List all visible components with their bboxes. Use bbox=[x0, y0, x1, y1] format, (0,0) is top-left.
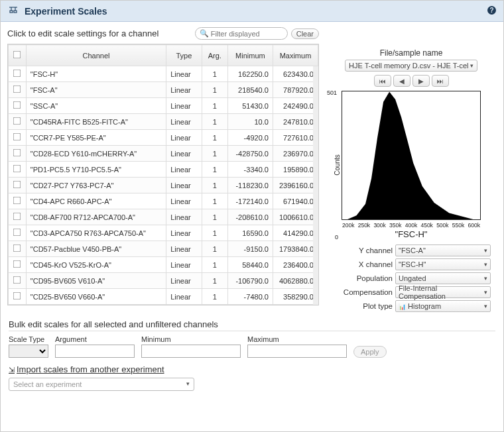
table-row[interactable]: "FSC-A"Linear1218540.0787920.0 bbox=[9, 82, 318, 98]
nav-first-button[interactable]: ⏮ bbox=[374, 75, 391, 87]
row-checkbox[interactable] bbox=[13, 213, 21, 221]
max-cell[interactable]: 236970.0 bbox=[273, 146, 318, 162]
row-checkbox-cell[interactable] bbox=[9, 114, 27, 130]
row-checkbox[interactable] bbox=[13, 276, 21, 284]
row-checkbox-cell[interactable] bbox=[9, 82, 27, 98]
type-cell[interactable]: Linear bbox=[166, 66, 202, 82]
max-cell[interactable]: 1793840.0 bbox=[273, 241, 318, 257]
table-row[interactable]: "CD95-BV605 V610-A"Linear1-106790.040628… bbox=[9, 273, 318, 289]
row-checkbox[interactable] bbox=[13, 85, 21, 93]
arg-cell[interactable]: 1 bbox=[202, 66, 227, 82]
row-checkbox-cell[interactable] bbox=[9, 241, 27, 257]
channel-name-cell[interactable]: "CD45RA-FITC B525-FITC-A" bbox=[26, 114, 166, 130]
type-cell[interactable]: Linear bbox=[166, 241, 202, 257]
max-cell[interactable]: 195890.0 bbox=[273, 162, 318, 178]
type-cell[interactable]: Linear bbox=[166, 114, 202, 130]
clear-button[interactable]: Clear bbox=[291, 28, 319, 39]
arg-cell[interactable]: 1 bbox=[202, 130, 227, 146]
table-row[interactable]: "CD25-BV650 V660-A"Linear1-7480.0358290.… bbox=[9, 289, 318, 305]
arg-cell[interactable]: 1 bbox=[202, 241, 227, 257]
row-checkbox[interactable] bbox=[13, 149, 21, 157]
type-cell[interactable]: Linear bbox=[166, 209, 202, 225]
row-checkbox-cell[interactable] bbox=[9, 146, 27, 162]
min-cell[interactable]: 162250.0 bbox=[227, 66, 273, 82]
table-row[interactable]: "CD45RA-FITC B525-FITC-A"Linear110.02478… bbox=[9, 114, 318, 130]
minimum-input[interactable] bbox=[141, 345, 241, 358]
type-cell[interactable]: Linear bbox=[166, 273, 202, 289]
max-cell[interactable]: 787920.0 bbox=[273, 82, 318, 98]
nav-next-button[interactable]: ▶ bbox=[412, 75, 430, 87]
select-all-checkbox[interactable] bbox=[13, 51, 21, 59]
type-cell[interactable]: Linear bbox=[166, 289, 202, 305]
filter-input[interactable] bbox=[211, 30, 283, 38]
channel-name-cell[interactable]: "CD8-AF700 R712-APCA700-A" bbox=[26, 209, 166, 225]
arg-cell[interactable]: 1 bbox=[202, 114, 227, 130]
row-checkbox[interactable] bbox=[13, 260, 21, 268]
row-checkbox[interactable] bbox=[13, 117, 21, 125]
y-channel-select[interactable]: "FSC-A"▾ bbox=[395, 244, 491, 256]
channel-name-cell[interactable]: "CD25-BV650 V660-A" bbox=[26, 289, 166, 305]
channel-name-cell[interactable]: "CD4-APC R660-APC-A" bbox=[26, 193, 166, 209]
type-cell[interactable]: Linear bbox=[166, 178, 202, 193]
type-cell[interactable]: Linear bbox=[166, 82, 202, 98]
compensation-select[interactable]: File-Internal Compensation▾ bbox=[395, 286, 491, 298]
arg-cell[interactable]: 1 bbox=[202, 193, 227, 209]
arg-cell[interactable]: 1 bbox=[202, 209, 227, 225]
col-max[interactable]: Maximum bbox=[273, 45, 318, 66]
nav-prev-button[interactable]: ◀ bbox=[393, 75, 410, 87]
channel-name-cell[interactable]: "CD45-KrO V525-KrO-A" bbox=[26, 257, 166, 273]
sample-select[interactable]: HJE T-cell memory D.csv - HJE T-cel ▾ bbox=[345, 60, 477, 72]
table-row[interactable]: "CD57-Pacblue V450-PB-A"Linear1-9150.017… bbox=[9, 241, 318, 257]
row-checkbox[interactable] bbox=[13, 101, 21, 109]
experiment-select[interactable]: Select an experiment ▾ bbox=[9, 378, 194, 391]
channel-name-cell[interactable]: "CD95-BV605 V610-A" bbox=[26, 273, 166, 289]
table-row[interactable]: "CD4-APC R660-APC-A"Linear1-172140.06719… bbox=[9, 193, 318, 209]
arg-cell[interactable]: 1 bbox=[202, 225, 227, 241]
row-checkbox-cell[interactable] bbox=[9, 257, 27, 273]
min-cell[interactable]: -428750.0 bbox=[227, 146, 273, 162]
min-cell[interactable]: -172140.0 bbox=[227, 193, 273, 209]
row-checkbox[interactable] bbox=[13, 244, 21, 252]
max-cell[interactable]: 247810.0 bbox=[273, 114, 318, 130]
max-cell[interactable]: 4062880.0 bbox=[273, 273, 318, 289]
row-checkbox-cell[interactable] bbox=[9, 209, 27, 225]
min-cell[interactable]: -3340.0 bbox=[227, 162, 273, 178]
col-min[interactable]: Minimum bbox=[227, 45, 273, 66]
row-checkbox-cell[interactable] bbox=[9, 273, 27, 289]
scrollbar[interactable] bbox=[313, 66, 318, 305]
row-checkbox[interactable] bbox=[13, 165, 21, 173]
type-cell[interactable]: Linear bbox=[166, 98, 202, 114]
min-cell[interactable]: -106790.0 bbox=[227, 273, 273, 289]
row-checkbox-cell[interactable] bbox=[9, 178, 27, 193]
type-cell[interactable]: Linear bbox=[166, 193, 202, 209]
col-channel[interactable]: Channel bbox=[26, 45, 166, 66]
row-checkbox[interactable] bbox=[13, 292, 21, 300]
nav-last-button[interactable]: ⏭ bbox=[432, 75, 449, 87]
channel-name-cell[interactable]: "CCR7-PE Y585-PE-A" bbox=[26, 130, 166, 146]
min-cell[interactable]: 58440.0 bbox=[227, 257, 273, 273]
min-cell[interactable]: -208610.0 bbox=[227, 209, 273, 225]
max-cell[interactable]: 671940.0 bbox=[273, 193, 318, 209]
row-checkbox-cell[interactable] bbox=[9, 66, 27, 82]
min-cell[interactable]: 16590.0 bbox=[227, 225, 273, 241]
x-channel-select[interactable]: "FSC-H"▾ bbox=[395, 258, 491, 270]
arg-cell[interactable]: 1 bbox=[202, 289, 227, 305]
type-cell[interactable]: Linear bbox=[166, 130, 202, 146]
table-row[interactable]: "CD27-PC7 Y763-PC7-A"Linear1-118230.0239… bbox=[9, 178, 318, 193]
row-checkbox-cell[interactable] bbox=[9, 162, 27, 178]
arg-cell[interactable]: 1 bbox=[202, 178, 227, 193]
max-cell[interactable]: 2396160.0 bbox=[273, 178, 318, 193]
row-checkbox-cell[interactable] bbox=[9, 225, 27, 241]
table-row[interactable]: "FSC-H"Linear1162250.0623430.0 bbox=[9, 66, 318, 82]
table-row[interactable]: "CD8-AF700 R712-APCA700-A"Linear1-208610… bbox=[9, 209, 318, 225]
select-all-header[interactable] bbox=[9, 45, 27, 66]
row-checkbox[interactable] bbox=[13, 229, 21, 237]
min-cell[interactable]: 218540.0 bbox=[227, 82, 273, 98]
import-title[interactable]: ⇲Import scales from another experiment bbox=[9, 364, 495, 374]
row-checkbox[interactable] bbox=[13, 181, 21, 189]
table-row[interactable]: "PD1-PC5.5 Y710-PC5.5-A"Linear1-3340.019… bbox=[9, 162, 318, 178]
table-row[interactable]: "CD28-ECD Y610-mCHERRY-A"Linear1-428750.… bbox=[9, 146, 318, 162]
row-checkbox-cell[interactable] bbox=[9, 130, 27, 146]
table-row[interactable]: "CD45-KrO V525-KrO-A"Linear158440.023640… bbox=[9, 257, 318, 273]
max-cell[interactable]: 727610.0 bbox=[273, 130, 318, 146]
